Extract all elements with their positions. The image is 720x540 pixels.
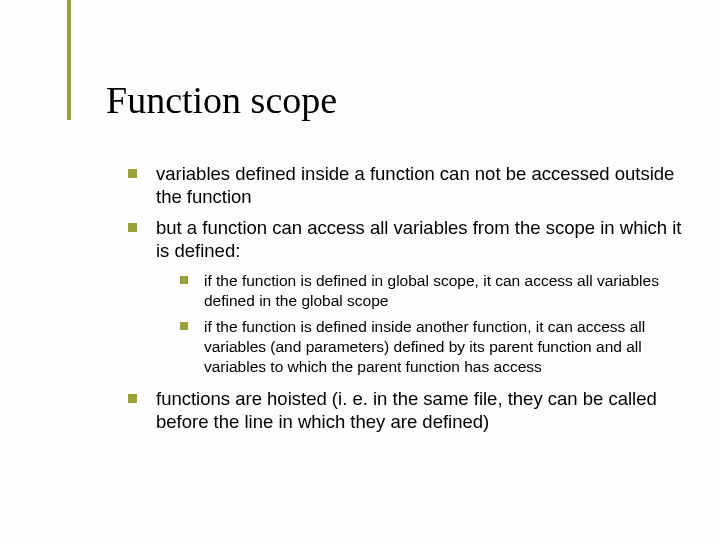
list-item: if the function is defined inside anothe… (180, 317, 688, 377)
bullet-text: but a function can access all variables … (156, 217, 681, 261)
list-item: if the function is defined in global sco… (180, 271, 688, 311)
accent-bar (67, 0, 71, 120)
bullet-text: if the function is defined in global sco… (204, 272, 659, 309)
bullet-icon (180, 276, 188, 284)
bullet-icon (128, 169, 137, 178)
slide-title: Function scope (106, 78, 337, 122)
bullet-icon (180, 322, 188, 330)
slide: Function scope variables defined inside … (0, 0, 720, 540)
bullet-text: if the function is defined inside anothe… (204, 318, 645, 375)
bullet-list: variables defined inside a function can … (128, 162, 688, 433)
bullet-icon (128, 394, 137, 403)
list-item: but a function can access all variables … (128, 216, 688, 377)
bullet-text: variables defined inside a function can … (156, 163, 674, 207)
bullet-text: functions are hoisted (i. e. in the same… (156, 388, 657, 432)
list-item: variables defined inside a function can … (128, 162, 688, 208)
list-item: functions are hoisted (i. e. in the same… (128, 387, 688, 433)
bullet-icon (128, 223, 137, 232)
sub-bullet-list: if the function is defined in global sco… (156, 271, 688, 378)
slide-body: variables defined inside a function can … (128, 162, 688, 441)
